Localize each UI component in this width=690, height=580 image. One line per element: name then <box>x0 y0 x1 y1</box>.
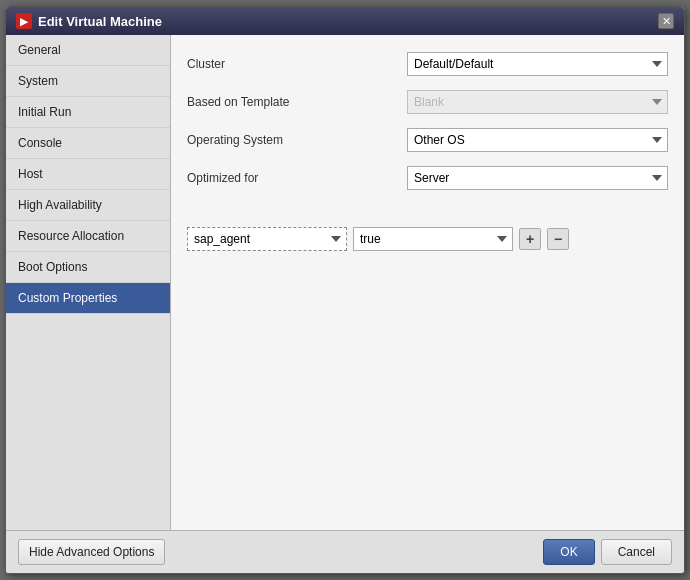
vm-icon: ▶ <box>16 13 32 29</box>
sidebar-item-high-availability[interactable]: High Availability <box>6 190 170 221</box>
based-on-template-label: Based on Template <box>187 95 407 109</box>
title-bar: ▶ Edit Virtual Machine ✕ <box>6 7 684 35</box>
cluster-control: Default/Default <box>407 52 668 76</box>
sidebar-item-boot-options[interactable]: Boot Options <box>6 252 170 283</box>
sidebar-item-resource-allocation[interactable]: Resource Allocation <box>6 221 170 252</box>
sidebar-item-console[interactable]: Console <box>6 128 170 159</box>
cluster-row: Cluster Default/Default <box>187 51 668 77</box>
hide-advanced-button[interactable]: Hide Advanced Options <box>18 539 165 565</box>
dialog-title: Edit Virtual Machine <box>38 14 162 29</box>
optimized-for-select[interactable]: Server <box>407 166 668 190</box>
footer-left: Hide Advanced Options <box>18 539 165 565</box>
custom-prop-key-select[interactable]: sap_agent <box>187 227 347 251</box>
sidebar-item-initial-run[interactable]: Initial Run <box>6 97 170 128</box>
os-select[interactable]: Other OS <box>407 128 668 152</box>
main-content: Cluster Default/Default Based on Templat… <box>171 35 684 530</box>
edit-vm-dialog: ▶ Edit Virtual Machine ✕ General System … <box>5 6 685 574</box>
based-on-template-control: Blank <box>407 90 668 114</box>
cluster-select[interactable]: Default/Default <box>407 52 668 76</box>
sidebar-item-custom-properties[interactable]: Custom Properties <box>6 283 170 314</box>
based-on-template-row: Based on Template Blank <box>187 89 668 115</box>
os-label: Operating System <box>187 133 407 147</box>
os-control: Other OS <box>407 128 668 152</box>
cancel-button[interactable]: Cancel <box>601 539 672 565</box>
custom-properties-row: sap_agent true + − <box>187 227 668 251</box>
spacer <box>187 203 668 219</box>
dialog-body: General System Initial Run Console Host … <box>6 35 684 530</box>
optimized-for-control: Server <box>407 166 668 190</box>
sidebar-item-general[interactable]: General <box>6 35 170 66</box>
remove-property-button[interactable]: − <box>547 228 569 250</box>
sidebar-item-system[interactable]: System <box>6 66 170 97</box>
footer-right: OK Cancel <box>543 539 672 565</box>
os-row: Operating System Other OS <box>187 127 668 153</box>
dialog-footer: Hide Advanced Options OK Cancel <box>6 530 684 573</box>
based-on-template-select[interactable]: Blank <box>407 90 668 114</box>
ok-button[interactable]: OK <box>543 539 594 565</box>
sidebar: General System Initial Run Console Host … <box>6 35 171 530</box>
custom-prop-val-select[interactable]: true <box>353 227 513 251</box>
add-property-button[interactable]: + <box>519 228 541 250</box>
optimized-for-label: Optimized for <box>187 171 407 185</box>
optimized-for-row: Optimized for Server <box>187 165 668 191</box>
close-button[interactable]: ✕ <box>658 13 674 29</box>
title-bar-left: ▶ Edit Virtual Machine <box>16 13 162 29</box>
sidebar-item-host[interactable]: Host <box>6 159 170 190</box>
cluster-label: Cluster <box>187 57 407 71</box>
